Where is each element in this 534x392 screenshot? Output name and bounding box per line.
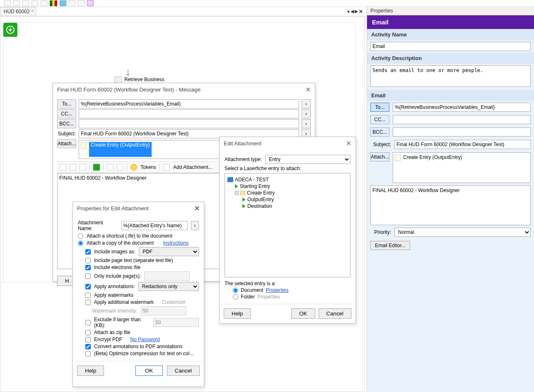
convert-annotations-label: Convert annotations to PDF annotations [94,344,182,349]
no-password-link[interactable]: No Password [130,337,159,342]
bcc-input[interactable] [393,127,531,137]
zip-checkbox[interactable] [85,330,91,335]
attachment-item[interactable]: Create Entry (OutputEntry) [403,154,462,160]
ok-button[interactable]: OK [135,366,162,376]
email-editor-button[interactable]: Email Editor... [370,241,410,250]
document-tab[interactable]: HUD 60002 × [0,7,36,16]
entry-arrow-icon [235,184,238,188]
attach-shortcut-radio[interactable] [78,233,83,239]
include-efile-checkbox[interactable] [85,265,91,270]
cc-button[interactable]: CC... [57,109,76,118]
only-pages-checkbox[interactable] [85,274,91,279]
toolbar-icon[interactable] [31,0,38,6]
cut-icon[interactable] [60,164,66,171]
add-attachment-label[interactable]: Add Attachment... [173,164,213,170]
close-icon[interactable]: ✕ [194,204,200,212]
prev-icon[interactable]: ◀ [350,9,354,14]
close-icon[interactable]: × [31,8,34,13]
help-button[interactable]: Help [224,308,251,319]
instructions-link[interactable]: Instructions [163,240,188,246]
tokens-icon[interactable] [130,164,137,171]
exclude-size-checkbox[interactable] [85,320,91,325]
additional-watermark-checkbox[interactable] [85,300,91,305]
priority-select[interactable]: Normal [394,228,531,237]
annotations-select[interactable]: Redactions only [138,282,199,291]
convert-annotations-checkbox[interactable] [85,344,91,349]
toolbar-icon[interactable] [107,164,114,171]
cc-input[interactable] [79,109,299,118]
dropdown-icon[interactable]: ▾ [347,9,350,14]
tree-node[interactable]: Destination [247,203,272,209]
bcc-button[interactable]: BCC... [370,127,389,137]
to-input[interactable] [79,99,299,108]
toolbar-icon[interactable] [4,0,11,6]
subject-input[interactable] [394,140,531,149]
apply-annotations-checkbox[interactable] [85,284,91,289]
token-picker-button[interactable]: › [191,221,199,230]
attach-copy-radio[interactable] [78,240,83,246]
undo-icon[interactable] [93,164,100,171]
toolbar-icon[interactable] [13,0,20,6]
activity-description-input[interactable]: Sends an email to one or more people. [370,65,531,87]
tokens-label[interactable]: Tokens [140,164,156,170]
tree-collapse-icon[interactable]: − [235,191,239,195]
document-radio[interactable] [233,288,238,293]
attachment-icon[interactable] [163,164,170,171]
properties-link[interactable]: Properties [266,287,289,293]
to-input[interactable] [393,103,531,112]
entry-tree[interactable]: ADECA - TEST Starting Entry −Create Entr… [225,173,350,277]
close-all-icon[interactable]: ✕ [359,9,363,14]
token-picker-button[interactable]: › [302,99,311,108]
help-button[interactable]: Help [77,366,104,376]
encrypt-pdf-checkbox[interactable] [85,337,91,342]
to-button[interactable]: To... [57,99,76,108]
toolbar-icon[interactable] [87,0,94,6]
tree-node[interactable]: OutputEntry [247,197,274,202]
token-picker-button[interactable]: › [302,119,311,128]
bcc-input[interactable] [79,119,299,128]
include-images-checkbox[interactable] [85,249,91,255]
next-icon[interactable]: ▶ [355,9,358,14]
email-body[interactable]: FINAL HUD 60002 - Workflow Designer [370,185,531,225]
attach-button[interactable]: Attach... [57,139,76,148]
activity-name-input[interactable] [370,42,531,51]
copy-icon[interactable] [70,164,76,171]
to-button[interactable]: To... [370,103,389,112]
token-picker-button[interactable]: › [302,109,311,118]
apply-watermarks-checkbox[interactable] [85,293,91,298]
cancel-button[interactable]: Cancel [319,308,352,319]
ok-button[interactable]: OK [291,308,315,319]
tree-node[interactable]: Starting Entry [240,183,270,189]
tree-node[interactable]: Create Entry [247,190,275,196]
workflow-start-node[interactable] [3,23,17,37]
watermark-intensity-input [141,306,186,315]
bcc-button[interactable]: BCC... [57,119,76,128]
cancel-button[interactable]: Cancel [167,366,200,376]
include-pagetext-label: Include page text (separate text file) [94,257,173,263]
toolbar-icon[interactable] [78,0,85,6]
attachment-item-selected[interactable]: Create Entry (OutputEntry) [89,142,152,157]
window-title: Properties for Edit Attachment [77,205,149,212]
tree-node[interactable]: ADECA - TEST [235,177,269,183]
exclude-size-label: Exclude if larger than (KB): [94,317,150,328]
beta-optimize-checkbox[interactable] [85,351,91,356]
folder-radio[interactable] [233,294,238,300]
attach-button[interactable]: Attach... [370,152,389,161]
toolbar-icon[interactable] [60,0,66,6]
properties-edit-attachment-window: Properties for Edit Attachment ✕ Attachm… [72,202,204,387]
toolbar-icon[interactable] [22,0,29,6]
toolbar-icon[interactable] [117,164,123,171]
close-icon[interactable]: ✕ [305,86,311,94]
section-email: Email [367,90,534,101]
only-pages-label: Only include page(s): [94,273,141,279]
toolbar-icon[interactable] [41,0,47,6]
image-format-select[interactable]: PDF [139,247,199,256]
cc-input[interactable] [393,115,531,124]
attachment-name-input[interactable] [121,221,188,230]
toolbar-icon[interactable] [69,0,75,6]
attachment-type-select[interactable]: Entry [265,155,350,164]
close-icon[interactable]: ✕ [346,139,351,147]
include-pagetext-checkbox[interactable] [85,258,91,263]
cc-button[interactable]: CC... [370,115,389,124]
paste-icon[interactable] [80,164,86,171]
